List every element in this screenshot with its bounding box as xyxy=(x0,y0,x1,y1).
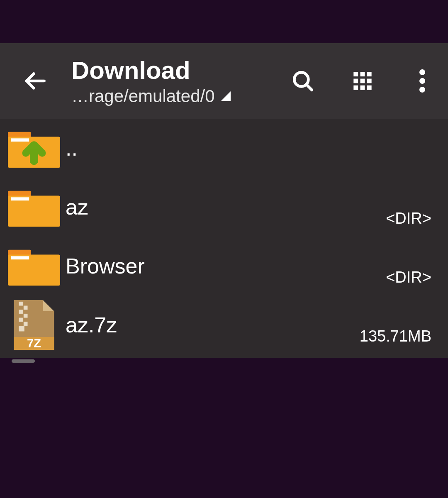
item-name: Browser xyxy=(66,254,386,278)
svg-text:7Z: 7Z xyxy=(27,337,41,350)
svg-rect-5 xyxy=(367,72,372,76)
svg-rect-10 xyxy=(360,85,365,90)
svg-rect-33 xyxy=(24,322,28,326)
svg-rect-22 xyxy=(11,197,29,200)
item-meta: 135.71MB xyxy=(360,327,431,347)
list-item[interactable]: 7Z az.7z 135.71MB xyxy=(0,295,448,354)
dropdown-icon[interactable] xyxy=(221,91,231,101)
archive-7z-icon: 7Z xyxy=(13,300,55,350)
item-name: .. xyxy=(66,136,431,161)
item-name: az xyxy=(66,195,386,220)
status-bar xyxy=(0,0,448,43)
arrow-back-icon xyxy=(22,68,47,93)
list-item[interactable]: az <DIR> xyxy=(0,178,448,237)
toolbar: Download …rage/emulated/0 xyxy=(0,43,448,119)
svg-rect-9 xyxy=(353,85,358,90)
svg-marker-27 xyxy=(43,300,54,311)
svg-point-14 xyxy=(419,87,425,93)
folder-up-icon xyxy=(8,128,60,168)
search-icon xyxy=(291,69,315,93)
svg-rect-4 xyxy=(360,72,365,76)
svg-rect-29 xyxy=(24,306,28,310)
page-path: …rage/emulated/0 xyxy=(71,86,215,106)
svg-rect-3 xyxy=(353,72,358,76)
folder-icon xyxy=(8,187,60,227)
svg-rect-11 xyxy=(367,85,372,90)
svg-line-2 xyxy=(306,84,312,90)
item-meta: <DIR> xyxy=(386,269,431,288)
svg-rect-19 xyxy=(30,150,38,163)
folder-icon xyxy=(8,246,60,286)
svg-point-12 xyxy=(419,69,425,75)
svg-rect-7 xyxy=(360,79,365,83)
overflow-icon xyxy=(419,69,425,93)
title-block[interactable]: Download …rage/emulated/0 xyxy=(71,56,280,106)
svg-rect-25 xyxy=(11,256,29,259)
svg-rect-31 xyxy=(24,314,28,318)
grid-icon xyxy=(352,70,373,92)
search-button[interactable] xyxy=(290,68,316,94)
svg-rect-30 xyxy=(19,310,23,314)
svg-rect-32 xyxy=(19,318,23,322)
grid-view-button[interactable] xyxy=(349,68,376,94)
svg-rect-17 xyxy=(11,138,29,142)
item-meta: <DIR> xyxy=(386,210,431,229)
file-list: .. az <DIR> Browser <DIR> xyxy=(0,119,448,358)
empty-area xyxy=(0,363,448,487)
list-item[interactable]: Browser <DIR> xyxy=(0,237,448,295)
svg-rect-28 xyxy=(19,302,23,306)
back-button[interactable] xyxy=(18,68,51,93)
list-item-up[interactable]: .. xyxy=(0,119,448,178)
svg-rect-8 xyxy=(367,79,372,83)
svg-point-13 xyxy=(419,78,425,84)
more-button[interactable] xyxy=(409,68,436,94)
svg-rect-6 xyxy=(353,79,358,83)
item-name: az.7z xyxy=(66,312,360,337)
page-title: Download xyxy=(71,56,280,85)
svg-rect-34 xyxy=(19,326,24,332)
scroll-indicator xyxy=(12,359,35,363)
